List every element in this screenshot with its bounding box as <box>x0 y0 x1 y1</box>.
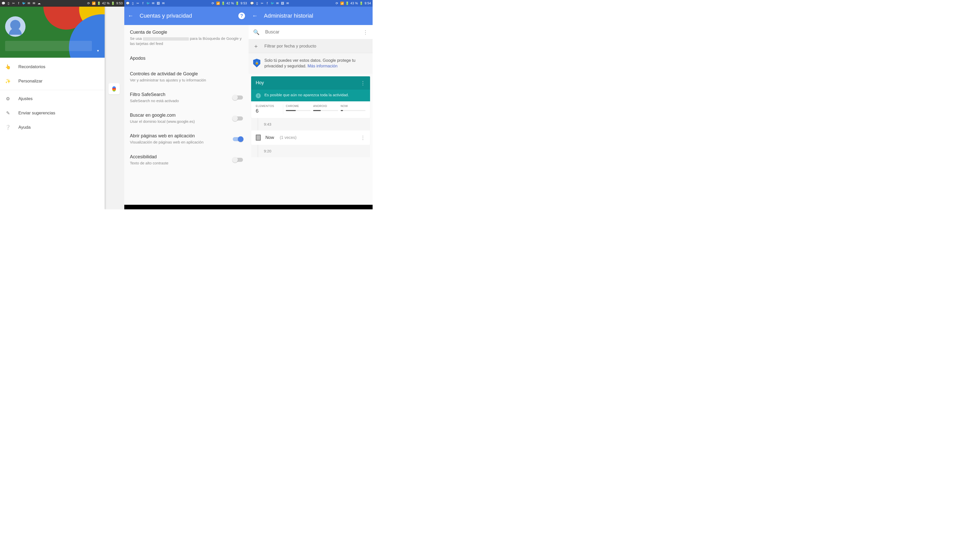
drawer-header[interactable]: ▼ <box>0 6 105 58</box>
gear-icon: ⚙ <box>5 96 11 102</box>
wifi-icon: 📶 <box>340 2 344 5</box>
setting-nicknames[interactable]: Apodos <box>124 51 248 67</box>
help-icon: ❔ <box>5 124 11 130</box>
search-bar[interactable]: 🔍 ⋮ <box>248 25 372 39</box>
battery-icon: 🔋 <box>111 2 115 5</box>
settings-list: Cuenta de Google Se usa para la Búsqueda… <box>124 25 248 170</box>
toggle-search-domain[interactable] <box>233 116 243 121</box>
shield-icon <box>253 59 260 67</box>
setting-subtitle: Usar el dominio local (www.google.es) <box>130 119 230 124</box>
image-icon: 🖼 <box>156 2 160 5</box>
day-note-text: Es posible que aún no aparezca toda la a… <box>264 93 349 97</box>
stat-bar <box>341 110 366 111</box>
facebook-icon: f <box>141 2 145 5</box>
image-icon: 🖼 <box>281 2 284 5</box>
day-card: Hoy ⋮ i Es posible que aún no aparezca t… <box>251 76 370 118</box>
toggle-high-contrast[interactable] <box>233 158 243 162</box>
setting-subtitle: Visualización de páginas web en aplicaci… <box>130 140 230 145</box>
help-icon[interactable]: ? <box>239 13 245 19</box>
screen-google-app-drawer: 💬 ▯ ✂ f 🐦 ✉ ✉ ☁ ⟳ 📶 🔋 42 % 🔋 9:53 ⋮ <box>0 0 124 209</box>
setting-search-google-com[interactable]: Buscar en google.com Usar el dominio loc… <box>124 108 248 129</box>
avatar[interactable] <box>5 16 25 37</box>
stat-bar <box>313 110 338 111</box>
android-nav-bar[interactable] <box>124 205 248 209</box>
navigation-drawer: ▼ 👆 Recordatorios ✨ Personalizar ⚙ Ajust… <box>0 6 105 209</box>
battery-percent: 42 % <box>102 2 110 5</box>
setting-title: Filtro SafeSearch <box>130 92 230 97</box>
stat-elements: ELEMENTOS 6 <box>256 104 283 114</box>
privacy-banner: Solo tú puedes ver estos datos. Google p… <box>248 53 372 74</box>
voice-search-button[interactable] <box>108 83 120 94</box>
privacy-more-link[interactable]: Más información <box>307 64 337 68</box>
search-icon: 🔍 <box>253 29 259 35</box>
screen-accounts-privacy: 💬 ▯ ✂ f 🐦 ✉ 🖼 ✉ ⟳ 📶 🔋 42 % 🔋 9:53 ← Cuen… <box>124 0 248 209</box>
stat-label: ELEMENTOS <box>256 104 283 107</box>
setting-safesearch[interactable]: Filtro SafeSearch SafeSearch no está act… <box>124 87 248 108</box>
android-nav-bar[interactable] <box>248 205 372 209</box>
timeline-time: 9:43 <box>251 118 370 131</box>
drawer-item-settings[interactable]: ⚙ Ajustes <box>0 92 105 106</box>
clock: 9:54 <box>365 2 371 5</box>
drawer-item-label: Recordatorios <box>18 64 45 69</box>
sync-icon: ⟳ <box>335 2 339 5</box>
facebook-icon: f <box>17 2 21 5</box>
toggle-safesearch[interactable] <box>233 96 243 100</box>
setting-subtitle: SafeSearch no está activado <box>130 98 230 104</box>
mail-icon: ✉ <box>275 2 279 5</box>
back-icon[interactable]: ← <box>128 13 134 19</box>
battery-icon: 🔋 <box>345 2 349 5</box>
filter-bar[interactable]: ＋ Filtrar por fecha y producto <box>248 39 372 53</box>
search-input[interactable] <box>265 29 357 35</box>
toggle-open-in-app[interactable] <box>233 137 243 141</box>
drawer-item-label: Ajustes <box>18 96 33 101</box>
notification-icon: 💬 <box>126 2 129 5</box>
timeline-item-menu-icon[interactable]: ⋮ <box>360 135 366 141</box>
day-menu-icon[interactable]: ⋮ <box>360 80 366 86</box>
drawer-item-reminders[interactable]: 👆 Recordatorios <box>0 60 105 74</box>
battery-icon: 🔋 <box>97 2 100 5</box>
setting-title: Cuenta de Google <box>130 30 243 35</box>
stat-label: ANDROID <box>313 104 338 107</box>
setting-title: Buscar en google.com <box>130 113 230 118</box>
day-stats: ELEMENTOS 6 CHROME ANDROID NOW <box>251 101 370 118</box>
setting-subtitle: Texto de alto contraste <box>130 161 230 166</box>
status-bar: 💬 ▯ ✂ f 🐦 ✉ 🖼 ✉ ⟳ 📶 🔋 42 % 🔋 9:53 <box>124 0 248 6</box>
battery-percent: 42 % <box>226 2 234 5</box>
setting-google-account[interactable]: Cuenta de Google Se usa para la Búsqueda… <box>124 25 248 51</box>
page-title: Administrar historial <box>264 13 313 19</box>
stat-android: ANDROID <box>313 104 338 114</box>
drawer-item-label: Ayuda <box>18 125 30 130</box>
battery-percent: 43 % <box>350 2 358 5</box>
drawer-item-help[interactable]: ❔ Ayuda <box>0 120 105 135</box>
screen-manage-history: 💬 ▯ ✂ f 🐦 ✉ 🖼 ✉ ⟳ 📶 🔋 43 % 🔋 9:54 ← Admi… <box>248 0 372 209</box>
timeline-item-count: (1 veces) <box>280 135 297 140</box>
divider <box>0 90 105 90</box>
setting-open-in-app[interactable]: Abrir páginas web en aplicación Visualiz… <box>124 129 248 149</box>
page-title: Cuentas y privacidad <box>140 13 192 19</box>
timeline-time: 9:20 <box>251 145 370 157</box>
twitter-icon: 🐦 <box>22 2 25 5</box>
app-bar: ← Administrar historial <box>248 6 372 25</box>
mail-icon: ✉ <box>286 2 290 5</box>
sync-icon: ⟳ <box>211 2 215 5</box>
notification-icon: ▯ <box>131 2 135 5</box>
facebook-icon: f <box>266 2 269 5</box>
background-content: ⋮ M-100 A-2 203 <box>105 6 124 209</box>
timeline-item-now[interactable]: Now (1 veces) ⋮ <box>251 131 370 145</box>
stat-now: NOW <box>341 104 366 114</box>
account-name-redacted <box>5 41 92 51</box>
drawer-item-customize[interactable]: ✨ Personalizar <box>0 74 105 88</box>
setting-subtitle: Ver y administrar tus ajustes y tu infor… <box>130 78 243 83</box>
account-dropdown-icon[interactable]: ▼ <box>97 49 100 53</box>
battery-icon: 🔋 <box>221 2 225 5</box>
setting-accessibility[interactable]: Accesibilidad Texto de alto contraste <box>124 150 248 170</box>
setting-title: Accesibilidad <box>130 154 230 159</box>
drawer-item-feedback[interactable]: ✎ Enviar sugerencias <box>0 106 105 120</box>
clock: 9:53 <box>116 2 123 5</box>
back-icon[interactable]: ← <box>252 13 258 19</box>
setting-activity-controls[interactable]: Controles de actividad de Google Ver y a… <box>124 67 248 87</box>
search-menu-icon[interactable]: ⋮ <box>363 29 368 35</box>
status-bar: 💬 ▯ ✂ f 🐦 ✉ ✉ ☁ ⟳ 📶 🔋 42 % 🔋 9:53 <box>0 0 124 6</box>
notification-icon: ▯ <box>6 2 10 5</box>
stat-bar <box>286 110 310 111</box>
